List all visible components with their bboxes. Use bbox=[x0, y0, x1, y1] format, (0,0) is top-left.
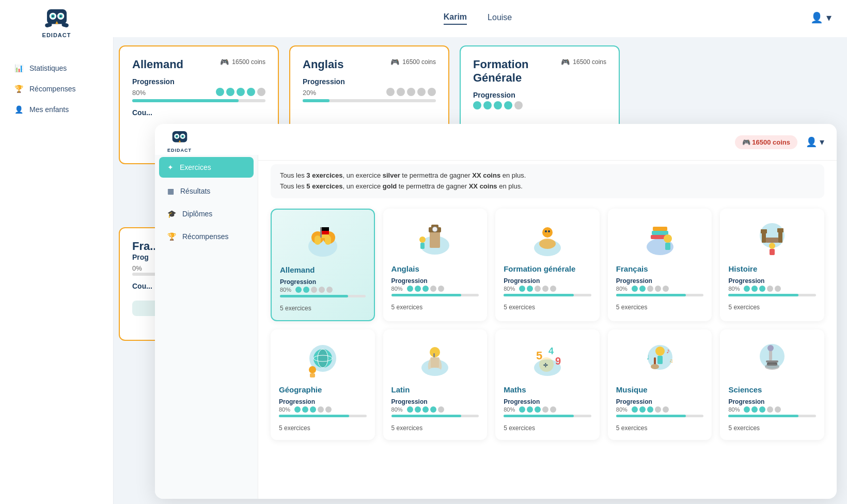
overlay-menu-exercices[interactable]: ✦ Exercices bbox=[159, 157, 254, 178]
subject-bar-fill-latin bbox=[391, 415, 462, 417]
svg-point-38 bbox=[548, 230, 550, 232]
reward-icon: 🏆 bbox=[14, 85, 23, 93]
svg-point-79 bbox=[767, 345, 774, 351]
subject-exercises-latin: 5 exercices bbox=[391, 424, 423, 432]
svg-text:♩: ♩ bbox=[647, 354, 650, 361]
s1 bbox=[294, 406, 301, 413]
subject-prog-row-musique: 80% bbox=[616, 406, 669, 413]
sidebar-item-mes-enfants[interactable]: 👤 Mes enfants bbox=[0, 99, 113, 120]
subject-card-geo[interactable]: Géographie Progression 80% 5 exercices bbox=[271, 329, 375, 440]
prog-label-anglais: Progression bbox=[303, 77, 436, 86]
subject-prog-row-formation: 80% bbox=[504, 286, 556, 292]
stats-icon: 📊 bbox=[14, 64, 23, 72]
subject-prog-row-sciences: 80% bbox=[728, 406, 781, 413]
subject-stars-anglais bbox=[407, 286, 444, 292]
subject-percent-geo: 80% bbox=[279, 406, 290, 413]
s3 bbox=[647, 286, 653, 292]
subject-img-francais bbox=[639, 217, 681, 258]
subject-prog-label-musique: Progression bbox=[616, 398, 652, 405]
subject-prog-row-francais: 80% bbox=[616, 286, 669, 292]
subject-img-maths: 5 4 9 ÷ bbox=[527, 338, 568, 379]
overlay-logo: EDIDACT bbox=[167, 131, 192, 153]
s5 bbox=[663, 406, 669, 413]
subject-percent-formation: 80% bbox=[504, 286, 515, 292]
overlay-user-menu[interactable]: 👤 ▾ bbox=[806, 136, 824, 148]
subject-exercises-anglais: 5 exercices bbox=[391, 304, 423, 311]
svg-rect-44 bbox=[665, 243, 670, 250]
subject-card-anglais[interactable]: Anglais Progression 80% 5 exercices bbox=[383, 209, 488, 321]
subject-exercises-francais: 5 exercices bbox=[616, 304, 648, 311]
card-title-allemand: Allemand bbox=[132, 58, 183, 71]
tab-louise[interactable]: Louise bbox=[488, 13, 512, 24]
star-1 bbox=[216, 88, 224, 96]
s3 bbox=[311, 287, 317, 293]
s3 bbox=[422, 406, 429, 413]
s3 bbox=[310, 406, 316, 413]
card-coins-allemand: 🎮 16500 coins bbox=[220, 58, 265, 66]
subject-percent-latin: 80% bbox=[391, 406, 403, 413]
s4 bbox=[767, 406, 773, 413]
subject-bar-fill-formation bbox=[504, 294, 574, 296]
logo-area: EDIDACT bbox=[0, 0, 113, 48]
subject-title-musique: Musique bbox=[616, 385, 648, 394]
subjects-grid: Allemand Progression 80% 5 exercices bbox=[271, 209, 824, 321]
subject-card-histoire[interactable]: Histoire Progression 80% 5 exercices bbox=[720, 209, 824, 321]
subject-bar-bg-histoire bbox=[728, 294, 816, 296]
subject-stars-formation bbox=[519, 286, 556, 292]
subject-bar-fill-francais bbox=[616, 294, 686, 296]
subject-stars-francais bbox=[632, 286, 669, 292]
s4 bbox=[430, 406, 436, 413]
svg-point-35 bbox=[542, 227, 553, 238]
s5 bbox=[775, 286, 781, 292]
s3 bbox=[647, 406, 653, 413]
prog-bar-fill-allemand bbox=[132, 99, 239, 102]
subject-card-formation[interactable]: Formation générale Progression 80% 5 exe bbox=[495, 209, 600, 321]
prog-bar-fill-anglais bbox=[303, 99, 330, 102]
subject-prog-label-histoire: Progression bbox=[728, 277, 764, 285]
overlay-menu-resultats[interactable]: ▦ Résultats bbox=[155, 180, 258, 202]
s2 bbox=[639, 286, 646, 292]
svg-rect-24 bbox=[322, 227, 329, 231]
subject-img-allemand bbox=[302, 218, 343, 259]
s2 bbox=[415, 406, 421, 413]
subject-stars-sciences bbox=[744, 406, 781, 413]
s5 bbox=[663, 286, 669, 292]
sidebar-item-statistiques[interactable]: 📊 Statistiques bbox=[0, 58, 113, 78]
subject-title-latin: Latin bbox=[391, 385, 410, 394]
subject-exercises-maths: 5 exercices bbox=[504, 424, 535, 432]
subject-img-geo bbox=[302, 338, 343, 379]
overlay-sidebar: ✦ Exercices ▦ Résultats 🎓 Diplômes 🏆 Réc… bbox=[155, 155, 258, 499]
subject-prog-row-geo: 80% bbox=[279, 406, 332, 413]
tab-karim[interactable]: Karim bbox=[444, 12, 467, 25]
subject-card-allemand[interactable]: Allemand Progression 80% 5 exercices bbox=[271, 209, 375, 321]
subject-title-anglais: Anglais bbox=[391, 264, 419, 273]
subject-card-sciences[interactable]: Sciences Progression 80% 5 exercices bbox=[720, 329, 824, 440]
subject-title-histoire: Histoire bbox=[728, 264, 757, 273]
owl-logo-icon bbox=[44, 9, 69, 30]
overlay-menu-diplomes[interactable]: 🎓 Diplômes bbox=[155, 202, 258, 225]
overlay-menu-recompenses[interactable]: 🏆 Récompenses bbox=[155, 225, 258, 248]
user-menu-bg[interactable]: 👤 ▾ bbox=[810, 11, 832, 24]
s1 bbox=[744, 406, 750, 413]
subject-card-maths[interactable]: 5 4 9 ÷ Maths Progression 80% bbox=[495, 329, 600, 440]
subject-stars-geo bbox=[294, 406, 332, 413]
star-f3 bbox=[494, 101, 502, 109]
card-title-anglais: Anglais bbox=[303, 58, 343, 71]
subject-stars-maths bbox=[519, 406, 556, 413]
svg-rect-23 bbox=[320, 227, 322, 238]
subject-card-francais[interactable]: Français Progression 80% 5 exercices bbox=[608, 209, 712, 321]
subject-bar-bg-sciences bbox=[728, 415, 816, 417]
star-f5 bbox=[514, 101, 523, 109]
subject-img-histoire bbox=[751, 217, 793, 258]
sidebar-item-recompenses[interactable]: 🏆 Récompenses bbox=[0, 78, 113, 99]
svg-text:♫: ♫ bbox=[669, 358, 673, 364]
brand-label: EDIDACT bbox=[42, 32, 71, 38]
svg-rect-25 bbox=[322, 231, 329, 234]
subject-bar-bg-formation bbox=[504, 294, 591, 296]
subject-card-musique[interactable]: ♪ ♩ ♫ Musique Progression 80% bbox=[608, 329, 712, 440]
subject-card-latin[interactable]: Latin Progression 80% 5 exercices bbox=[383, 329, 488, 440]
card-coins-formation: 🎮 16500 coins bbox=[561, 58, 606, 66]
subject-bar-bg-francais bbox=[616, 294, 704, 296]
star-a2 bbox=[397, 88, 405, 96]
svg-rect-33 bbox=[420, 243, 425, 249]
